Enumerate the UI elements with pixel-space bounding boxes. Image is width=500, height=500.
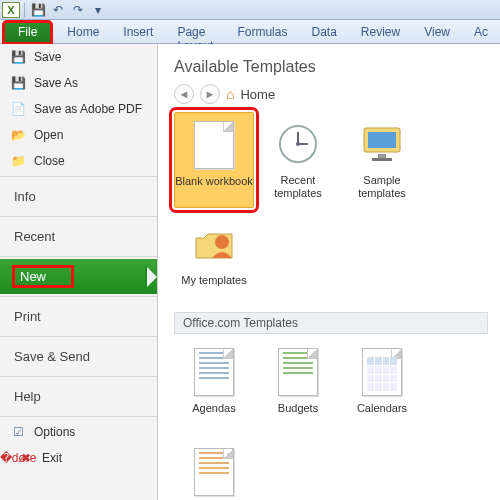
svg-rect-5 <box>368 132 396 148</box>
options-icon: ☑ <box>10 424 26 440</box>
sidebar-options[interactable]: ☑ Options <box>0 419 157 445</box>
sidebar-close[interactable]: 📁 Close <box>0 148 157 174</box>
sidebar-save-send[interactable]: Save & Send <box>0 339 157 374</box>
tab-data[interactable]: Data <box>299 20 348 43</box>
home-icon[interactable]: ⌂ <box>226 86 234 102</box>
sidebar-info[interactable]: Info <box>0 179 157 214</box>
monitor-icon <box>358 122 406 166</box>
sidebar-item-label: Save <box>34 50 61 64</box>
nav-back-button[interactable]: ◄ <box>174 84 194 104</box>
template-my[interactable]: My templates <box>174 212 254 308</box>
close-doc-icon: 📁 <box>10 153 26 169</box>
template-agendas[interactable]: Agendas <box>174 340 254 436</box>
svg-rect-6 <box>378 154 386 158</box>
folder-open-icon: 📂 <box>10 127 26 143</box>
templates-pane: Available Templates ◄ ► ⌂ Home Blank wor… <box>158 44 500 500</box>
template-expense-reports[interactable]: Expense reports <box>174 440 254 500</box>
svg-point-8 <box>215 235 229 249</box>
backstage-sidebar: 💾 Save 💾 Save As 📄 Save as Adobe PDF 📂 O… <box>0 44 158 500</box>
tab-home[interactable]: Home <box>55 20 111 43</box>
template-label: Agendas <box>192 402 235 415</box>
template-recent[interactable]: Recent templates <box>258 112 338 208</box>
undo-icon[interactable]: ↶ <box>49 2 67 18</box>
template-label: Sample templates <box>342 174 422 199</box>
sidebar-recent[interactable]: Recent <box>0 219 157 254</box>
tab-more[interactable]: Ac <box>462 20 500 43</box>
pdf-icon: 📄 <box>10 101 26 117</box>
sidebar-item-label: Options <box>34 425 75 439</box>
clock-icon <box>276 122 320 166</box>
template-sample[interactable]: Sample templates <box>342 112 422 208</box>
template-blank-workbook[interactable]: Blank workbook <box>174 112 254 208</box>
qat-dropdown-icon[interactable]: ▾ <box>89 2 107 18</box>
template-calendars[interactable]: Calendars <box>342 340 422 436</box>
sidebar-item-label: New <box>20 269 46 284</box>
sidebar-item-label: Exit <box>42 451 62 465</box>
user-folder-icon <box>192 222 236 266</box>
breadcrumb-label[interactable]: Home <box>240 87 275 102</box>
section-office-templates: Office.com Templates <box>174 312 488 334</box>
save-as-icon: 💾 <box>10 75 26 91</box>
template-label: Calendars <box>357 402 407 415</box>
sidebar-help[interactable]: Help <box>0 379 157 414</box>
template-label: Blank workbook <box>175 175 253 188</box>
sidebar-item-label: Close <box>34 154 65 168</box>
sidebar-exit[interactable]: �døre ✖ Exit <box>0 445 157 471</box>
sidebar-item-label: Open <box>34 128 63 142</box>
excel-app-icon[interactable]: X <box>2 2 20 18</box>
breadcrumb: ◄ ► ⌂ Home <box>174 84 488 104</box>
sidebar-save-pdf[interactable]: 📄 Save as Adobe PDF <box>0 96 157 122</box>
tab-review[interactable]: Review <box>349 20 412 43</box>
sidebar-print[interactable]: Print <box>0 299 157 334</box>
svg-point-3 <box>296 142 300 146</box>
tab-page-layout[interactable]: Page Layout <box>165 20 225 43</box>
tab-formulas[interactable]: Formulas <box>225 20 299 43</box>
quick-access-toolbar: X 💾 ↶ ↷ ▾ <box>0 0 500 20</box>
template-label: Recent templates <box>258 174 338 199</box>
tab-insert[interactable]: Insert <box>111 20 165 43</box>
template-budgets[interactable]: Budgets <box>258 340 338 436</box>
tab-file[interactable]: File <box>4 22 51 43</box>
template-label: Budgets <box>278 402 318 415</box>
template-label: My templates <box>181 274 246 287</box>
save-icon: 💾 <box>10 49 26 65</box>
redo-icon[interactable]: ↷ <box>69 2 87 18</box>
save-icon[interactable]: 💾 <box>29 2 47 18</box>
sidebar-open[interactable]: 📂 Open <box>0 122 157 148</box>
nav-forward-button[interactable]: ► <box>200 84 220 104</box>
sidebar-item-label: Save as Adobe PDF <box>34 102 142 116</box>
tab-view[interactable]: View <box>412 20 462 43</box>
exit-icon: ✖ <box>18 450 34 466</box>
sidebar-new[interactable]: New <box>0 259 157 294</box>
ribbon-tabs: File Home Insert Page Layout Formulas Da… <box>0 20 500 44</box>
sidebar-save-as[interactable]: 💾 Save As <box>0 70 157 96</box>
sidebar-item-label: Save As <box>34 76 78 90</box>
svg-rect-7 <box>372 158 392 161</box>
sidebar-save[interactable]: 💾 Save <box>0 44 157 70</box>
page-title: Available Templates <box>174 58 488 76</box>
